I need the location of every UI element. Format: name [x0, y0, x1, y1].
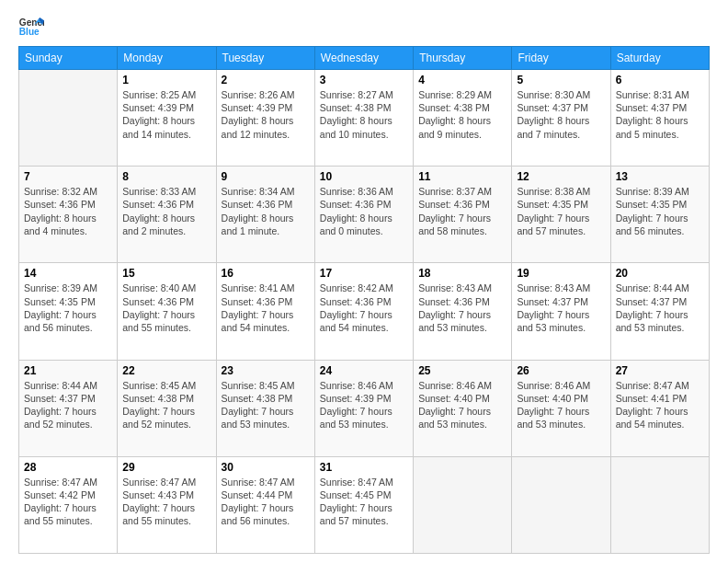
day-number: 5: [517, 74, 605, 86]
day-number: 27: [616, 364, 704, 377]
day-number: 17: [320, 267, 408, 280]
day-info: Sunrise: 8:44 AMSunset: 4:37 PMDaylight:…: [616, 282, 704, 334]
day-number: 23: [222, 364, 310, 377]
day-info: Sunrise: 8:34 AMSunset: 4:36 PMDaylight:…: [222, 185, 310, 237]
day-info: Sunrise: 8:27 AMSunset: 4:38 PMDaylight:…: [320, 88, 408, 141]
calendar-cell: 1Sunrise: 8:25 AMSunset: 4:39 PMDaylight…: [118, 70, 216, 167]
day-info: Sunrise: 8:41 AMSunset: 4:36 PMDaylight:…: [222, 282, 310, 334]
day-info: Sunrise: 8:37 AMSunset: 4:36 PMDaylight:…: [418, 185, 506, 237]
day-info: Sunrise: 8:45 AMSunset: 4:38 PMDaylight:…: [222, 379, 310, 431]
day-number: 15: [122, 267, 210, 280]
day-info: Sunrise: 8:29 AMSunset: 4:38 PMDaylight:…: [418, 88, 506, 141]
day-number: 10: [320, 170, 408, 183]
day-number: 26: [517, 364, 605, 377]
calendar-cell: 14Sunrise: 8:39 AMSunset: 4:35 PMDayligh…: [19, 263, 118, 360]
calendar-week-1: 1Sunrise: 8:25 AMSunset: 4:39 PMDaylight…: [19, 70, 710, 167]
calendar-cell: 19Sunrise: 8:43 AMSunset: 4:37 PMDayligh…: [512, 263, 610, 360]
calendar-cell: 20Sunrise: 8:44 AMSunset: 4:37 PMDayligh…: [610, 263, 709, 360]
day-number: 9: [222, 170, 310, 183]
calendar-cell: 28Sunrise: 8:47 AMSunset: 4:42 PMDayligh…: [19, 456, 118, 553]
day-of-week-tuesday: Tuesday: [216, 47, 314, 70]
calendar-cell: 16Sunrise: 8:41 AMSunset: 4:36 PMDayligh…: [216, 263, 314, 360]
day-of-week-friday: Friday: [512, 47, 610, 70]
day-number: 20: [616, 267, 704, 280]
page-header: General Blue: [18, 15, 710, 40]
day-info: Sunrise: 8:47 AMSunset: 4:45 PMDaylight:…: [320, 476, 408, 528]
calendar-cell: 6Sunrise: 8:31 AMSunset: 4:37 PMDaylight…: [610, 70, 709, 167]
day-number: 24: [320, 364, 408, 377]
calendar-cell: 23Sunrise: 8:45 AMSunset: 4:38 PMDayligh…: [216, 360, 314, 456]
day-number: 21: [24, 364, 112, 377]
calendar-cell: 26Sunrise: 8:46 AMSunset: 4:40 PMDayligh…: [512, 360, 610, 456]
day-number: 6: [616, 74, 704, 86]
day-info: Sunrise: 8:39 AMSunset: 4:35 PMDaylight:…: [24, 282, 112, 334]
calendar-cell: 9Sunrise: 8:34 AMSunset: 4:36 PMDaylight…: [216, 167, 314, 263]
day-number: 18: [418, 267, 506, 280]
calendar-cell: 27Sunrise: 8:47 AMSunset: 4:41 PMDayligh…: [610, 360, 709, 456]
calendar-week-3: 14Sunrise: 8:39 AMSunset: 4:35 PMDayligh…: [19, 263, 710, 360]
calendar-cell: [512, 456, 610, 553]
day-number: 19: [517, 267, 605, 280]
day-number: 8: [122, 170, 210, 183]
calendar-cell: [414, 456, 512, 553]
day-number: 22: [122, 364, 210, 377]
calendar-week-2: 7Sunrise: 8:32 AMSunset: 4:36 PMDaylight…: [19, 167, 710, 263]
calendar-cell: 18Sunrise: 8:43 AMSunset: 4:36 PMDayligh…: [414, 263, 512, 360]
calendar-cell: 5Sunrise: 8:30 AMSunset: 4:37 PMDaylight…: [512, 70, 610, 167]
calendar-cell: 7Sunrise: 8:32 AMSunset: 4:36 PMDaylight…: [19, 167, 118, 263]
day-info: Sunrise: 8:40 AMSunset: 4:36 PMDaylight:…: [122, 282, 210, 334]
calendar-cell: 17Sunrise: 8:42 AMSunset: 4:36 PMDayligh…: [314, 263, 413, 360]
day-number: 29: [122, 461, 210, 474]
calendar-cell: 12Sunrise: 8:38 AMSunset: 4:35 PMDayligh…: [512, 167, 610, 263]
calendar-cell: 21Sunrise: 8:44 AMSunset: 4:37 PMDayligh…: [19, 360, 118, 456]
day-number: 28: [24, 461, 112, 474]
calendar-cell: 8Sunrise: 8:33 AMSunset: 4:36 PMDaylight…: [118, 167, 216, 263]
day-info: Sunrise: 8:36 AMSunset: 4:36 PMDaylight:…: [320, 185, 408, 237]
calendar-week-5: 28Sunrise: 8:47 AMSunset: 4:42 PMDayligh…: [19, 456, 710, 553]
logo-icon: General Blue: [18, 15, 44, 40]
day-info: Sunrise: 8:47 AMSunset: 4:42 PMDaylight:…: [24, 476, 112, 528]
day-info: Sunrise: 8:39 AMSunset: 4:35 PMDaylight:…: [616, 185, 704, 237]
calendar-cell: 24Sunrise: 8:46 AMSunset: 4:39 PMDayligh…: [314, 360, 413, 456]
day-info: Sunrise: 8:47 AMSunset: 4:43 PMDaylight:…: [122, 476, 210, 528]
day-info: Sunrise: 8:43 AMSunset: 4:37 PMDaylight:…: [517, 282, 605, 334]
calendar-week-4: 21Sunrise: 8:44 AMSunset: 4:37 PMDayligh…: [19, 360, 710, 456]
day-of-week-thursday: Thursday: [414, 47, 512, 70]
day-info: Sunrise: 8:43 AMSunset: 4:36 PMDaylight:…: [418, 282, 506, 334]
calendar-cell: 2Sunrise: 8:26 AMSunset: 4:39 PMDaylight…: [216, 70, 314, 167]
day-info: Sunrise: 8:31 AMSunset: 4:37 PMDaylight:…: [616, 88, 704, 141]
calendar-cell: [19, 70, 118, 167]
day-number: 14: [24, 267, 112, 280]
day-number: 7: [24, 170, 112, 183]
day-of-week-saturday: Saturday: [610, 47, 709, 70]
day-of-week-monday: Monday: [118, 47, 216, 70]
day-info: Sunrise: 8:47 AMSunset: 4:44 PMDaylight:…: [222, 476, 310, 528]
day-info: Sunrise: 8:42 AMSunset: 4:36 PMDaylight:…: [320, 282, 408, 334]
calendar-cell: 25Sunrise: 8:46 AMSunset: 4:40 PMDayligh…: [414, 360, 512, 456]
calendar-cell: 15Sunrise: 8:40 AMSunset: 4:36 PMDayligh…: [118, 263, 216, 360]
day-info: Sunrise: 8:33 AMSunset: 4:36 PMDaylight:…: [122, 185, 210, 237]
day-of-week-wednesday: Wednesday: [314, 47, 413, 70]
calendar-cell: 11Sunrise: 8:37 AMSunset: 4:36 PMDayligh…: [414, 167, 512, 263]
day-info: Sunrise: 8:46 AMSunset: 4:40 PMDaylight:…: [517, 379, 605, 431]
calendar-cell: 3Sunrise: 8:27 AMSunset: 4:38 PMDaylight…: [314, 70, 413, 167]
day-info: Sunrise: 8:45 AMSunset: 4:38 PMDaylight:…: [122, 379, 210, 431]
calendar-cell: 22Sunrise: 8:45 AMSunset: 4:38 PMDayligh…: [118, 360, 216, 456]
calendar-cell: [610, 456, 709, 553]
day-info: Sunrise: 8:32 AMSunset: 4:36 PMDaylight:…: [24, 185, 112, 237]
calendar-cell: 29Sunrise: 8:47 AMSunset: 4:43 PMDayligh…: [118, 456, 216, 553]
calendar-cell: 13Sunrise: 8:39 AMSunset: 4:35 PMDayligh…: [610, 167, 709, 263]
day-info: Sunrise: 8:30 AMSunset: 4:37 PMDaylight:…: [517, 88, 605, 141]
day-info: Sunrise: 8:46 AMSunset: 4:39 PMDaylight:…: [320, 379, 408, 431]
day-number: 16: [222, 267, 310, 280]
calendar-cell: 31Sunrise: 8:47 AMSunset: 4:45 PMDayligh…: [314, 456, 413, 553]
day-info: Sunrise: 8:46 AMSunset: 4:40 PMDaylight:…: [418, 379, 506, 431]
day-number: 25: [418, 364, 506, 377]
day-info: Sunrise: 8:38 AMSunset: 4:35 PMDaylight:…: [517, 185, 605, 237]
day-info: Sunrise: 8:26 AMSunset: 4:39 PMDaylight:…: [222, 88, 310, 141]
day-info: Sunrise: 8:47 AMSunset: 4:41 PMDaylight:…: [616, 379, 704, 431]
calendar-table: SundayMondayTuesdayWednesdayThursdayFrid…: [18, 46, 710, 554]
day-number: 1: [122, 74, 210, 86]
day-of-week-sunday: Sunday: [19, 47, 118, 70]
day-number: 2: [222, 74, 310, 86]
